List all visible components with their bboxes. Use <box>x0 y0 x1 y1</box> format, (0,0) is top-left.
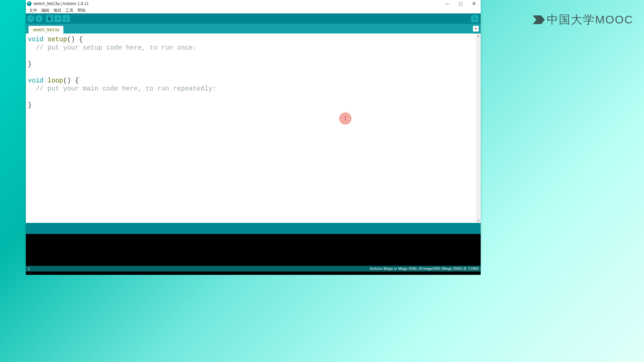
comment-setup: // put your setup code here, to run once… <box>28 44 197 52</box>
upload-button[interactable] <box>35 15 43 22</box>
keyword-void: void <box>28 36 44 43</box>
verify-button[interactable] <box>27 15 35 22</box>
console-output[interactable] <box>26 234 481 266</box>
new-sketch-button[interactable] <box>46 15 53 22</box>
taskbar-hint <box>26 272 481 275</box>
recording-cursor-icon: I <box>339 112 352 125</box>
magnifier-icon <box>472 16 477 21</box>
open-sketch-button[interactable] <box>54 15 62 22</box>
menu-sketch[interactable]: 项目 <box>51 8 63 13</box>
watermark: 中国大学MOOC <box>533 12 633 27</box>
arduino-logo-icon <box>27 1 32 6</box>
close-button[interactable]: ✕ <box>467 0 481 7</box>
parens-open: () { <box>63 77 79 84</box>
arduino-ide-window: sketch_feb13a | Arduino 1.8.11 — ▢ ✕ 文件 … <box>26 0 481 272</box>
svg-point-0 <box>473 17 476 20</box>
editor-scrollbar[interactable]: ▴ ▾ <box>476 34 481 223</box>
status-bar: 1 Arduino Mega or Mega 2560, ATmega2560 … <box>26 266 481 272</box>
code-editor[interactable]: void setup() { // put your setup code he… <box>26 34 481 223</box>
toolbar <box>26 13 481 24</box>
arrow-right-icon <box>37 16 41 21</box>
menu-tools[interactable]: 工具 <box>63 8 75 13</box>
menu-file[interactable]: 文件 <box>27 8 39 13</box>
menu-help[interactable]: 帮助 <box>75 8 88 13</box>
arrow-up-icon <box>56 16 60 21</box>
func-setup: setup <box>48 36 67 43</box>
save-sketch-button[interactable] <box>62 15 70 22</box>
editor-text[interactable]: void setup() { // put your setup code he… <box>26 34 481 110</box>
tab-menu-button[interactable]: ▾ <box>473 26 479 32</box>
serial-monitor-button[interactable] <box>471 15 479 22</box>
tab-strip: sketch_feb13a ▾ <box>26 24 481 34</box>
func-loop: loop <box>48 77 63 84</box>
message-bar <box>26 223 481 234</box>
maximize-button[interactable]: ▢ <box>454 0 467 7</box>
watermark-icon <box>533 15 545 24</box>
comment-loop: // put your main code here, to run repea… <box>28 85 216 93</box>
file-icon <box>47 16 52 21</box>
brace-close-1: } <box>28 61 32 68</box>
parens-open: () { <box>67 36 83 43</box>
svg-line-1 <box>475 19 476 20</box>
minimize-button[interactable]: — <box>440 0 454 7</box>
check-icon <box>29 16 33 21</box>
title-bar: sketch_feb13a | Arduino 1.8.11 — ▢ ✕ <box>26 0 481 7</box>
brace-close-2: } <box>28 102 32 109</box>
menu-edit[interactable]: 编辑 <box>39 8 51 13</box>
menu-bar: 文件 编辑 项目 工具 帮助 <box>26 7 481 13</box>
arrow-down-icon <box>64 16 68 21</box>
keyword-void: void <box>28 77 44 84</box>
line-number: 1 <box>28 267 30 271</box>
window-title: sketch_feb13a | Arduino 1.8.11 <box>33 1 89 6</box>
watermark-text: 中国大学MOOC <box>547 12 633 27</box>
scroll-up-icon[interactable]: ▴ <box>476 34 481 38</box>
scroll-down-icon[interactable]: ▾ <box>476 218 481 223</box>
sketch-tab[interactable]: sketch_feb13a <box>29 26 63 34</box>
board-port-info: Arduino Mega or Mega 2560, ATmega2560 (M… <box>370 266 479 271</box>
